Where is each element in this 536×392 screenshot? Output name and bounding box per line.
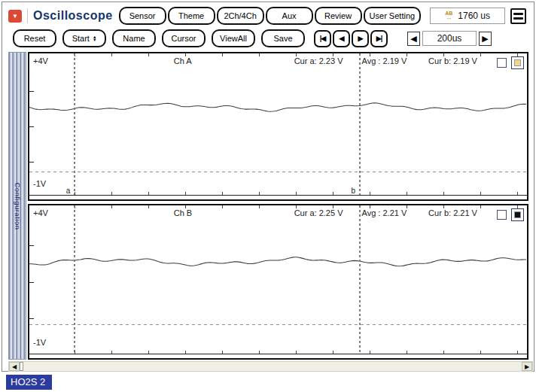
- name-button[interactable]: Name: [112, 29, 156, 47]
- reference-dashed-line: [29, 172, 527, 172]
- channel-a-active-indicator[interactable]: [511, 56, 524, 69]
- left-axis-tick: [29, 162, 34, 163]
- review-button[interactable]: Review: [315, 7, 362, 25]
- avg-readout: Avg : 2.19 V: [362, 56, 407, 65]
- cursor-a-line[interactable]: [74, 53, 75, 196]
- left-axis-tick: [29, 91, 34, 92]
- save-button[interactable]: Save: [261, 29, 305, 47]
- up-down-arrows-icon: ▲▼: [93, 35, 96, 42]
- scroll-right-icon[interactable]: ▶: [522, 362, 532, 371]
- title-toolbar: ▼ Oscilloscope Sensor Theme 2Ch/4Ch Aux …: [2, 2, 534, 26]
- scroll-left-icon[interactable]: ◀: [9, 362, 20, 371]
- reference-dashed-line: [29, 324, 527, 325]
- sensor-button[interactable]: Sensor: [119, 7, 166, 25]
- menu-list-icon[interactable]: [510, 8, 526, 24]
- cursor-b-readout: Cur b: 2.21 V: [428, 208, 477, 217]
- step-back-icon[interactable]: ◀: [333, 30, 350, 47]
- control-toolbar: Reset Start ▲▼ Name Cursor ViewAll Save …: [2, 26, 534, 48]
- cursor-b-line[interactable]: [359, 205, 361, 354]
- reset-button[interactable]: Reset: [13, 29, 56, 47]
- avg-readout: Avg : 2.21 V: [362, 208, 407, 217]
- bottom-axis-ticks: [38, 192, 527, 195]
- timebase-decrease-icon[interactable]: ◀: [407, 32, 420, 46]
- window-frame: ▼ Oscilloscope Sensor Theme 2Ch/4Ch Aux …: [2, 2, 534, 372]
- cursor-a-readout: Cur a: 2.23 V: [294, 56, 343, 65]
- y-min-label: -1V: [33, 338, 46, 347]
- sidebar-label: Configuration: [14, 182, 22, 229]
- channel-a-indicators: [497, 56, 524, 69]
- app-menu-dropdown-icon[interactable]: ▼: [8, 10, 22, 23]
- cursor-b-tag: b: [352, 187, 356, 195]
- channel-b-waveform: [29, 205, 527, 358]
- left-axis-tick: [29, 245, 34, 246]
- oscilloscope-app: ▼ Oscilloscope Sensor Theme 2Ch/4Ch Aux …: [0, 0, 536, 392]
- horizontal-scrollbar: ◀ ▶: [8, 361, 533, 372]
- scrollbar-track[interactable]: [23, 362, 522, 371]
- signal-name-badge: HO2S 2: [6, 375, 52, 390]
- left-axis-tick: [29, 318, 34, 319]
- bottom-axis-line: [29, 354, 527, 354]
- channel-a-panel: +4V -1V Ch A Cur a: 2.23 V Avg : 2.19 V …: [28, 52, 528, 201]
- plot-column: +4V -1V Ch A Cur a: 2.23 V Avg : 2.19 V …: [28, 52, 528, 360]
- channel-title: Ch A: [174, 56, 192, 65]
- channel-b-active-indicator[interactable]: [511, 208, 524, 221]
- channel-a-color-swatch: [514, 59, 521, 66]
- bottom-axis-line: [29, 195, 527, 196]
- bottom-axis-ticks: [38, 351, 527, 354]
- delta-time-value: 1760 us: [458, 11, 490, 21]
- timebase-control: ◀ 200us ▶: [407, 31, 492, 46]
- main-area: Configuration +4V -1V Ch A: [8, 52, 534, 360]
- cursor-b-line[interactable]: [359, 53, 361, 196]
- viewall-button[interactable]: ViewAll: [212, 29, 255, 47]
- theme-button[interactable]: Theme: [168, 7, 215, 25]
- ab-delta-icon: AB ↔: [445, 11, 452, 20]
- channel-a-waveform: [29, 53, 527, 199]
- cursor-a-readout: Cur a: 2.25 V: [294, 208, 343, 217]
- channel-b-checkbox[interactable]: [497, 210, 507, 220]
- channel-b-indicators: [497, 208, 524, 221]
- aux-button[interactable]: Aux: [266, 7, 313, 25]
- timebase-increase-icon[interactable]: ▶: [479, 32, 492, 46]
- step-forward-icon[interactable]: ▶: [352, 30, 369, 47]
- cursor-delta-time-display: AB ↔ 1760 us: [430, 8, 505, 24]
- cursor-button[interactable]: Cursor: [162, 29, 206, 47]
- channel-b-panel: +4V -1V Ch B Cur a: 2.25 V Avg : 2.21 V …: [28, 204, 528, 360]
- configuration-sidebar[interactable]: Configuration: [8, 52, 26, 360]
- left-axis-tick: [29, 126, 34, 127]
- channel-a-checkbox[interactable]: [497, 58, 507, 68]
- user-setting-button[interactable]: User Setting: [364, 7, 422, 25]
- y-max-label: +4V: [33, 56, 48, 65]
- start-button[interactable]: Start ▲▼: [62, 29, 106, 47]
- channel-mode-button[interactable]: 2Ch/4Ch: [217, 7, 264, 25]
- skip-to-start-icon[interactable]: |◀: [314, 30, 331, 47]
- timebase-value: 200us: [422, 31, 477, 46]
- y-min-label: -1V: [33, 179, 46, 188]
- playback-group: |◀ ◀ ▶ ▶|: [314, 30, 388, 47]
- cursor-a-line[interactable]: [74, 205, 75, 354]
- channel-b-color-swatch: [514, 211, 521, 218]
- cursor-a-tag: a: [66, 187, 71, 195]
- divider: [27, 8, 28, 23]
- y-max-label: +4V: [33, 208, 48, 217]
- app-title: Oscilloscope: [33, 9, 113, 23]
- left-axis-tick: [29, 282, 34, 283]
- cursor-b-readout: Cur b: 2.19 V: [428, 56, 477, 65]
- channel-title: Ch B: [174, 208, 192, 217]
- skip-to-end-icon[interactable]: ▶|: [370, 30, 388, 47]
